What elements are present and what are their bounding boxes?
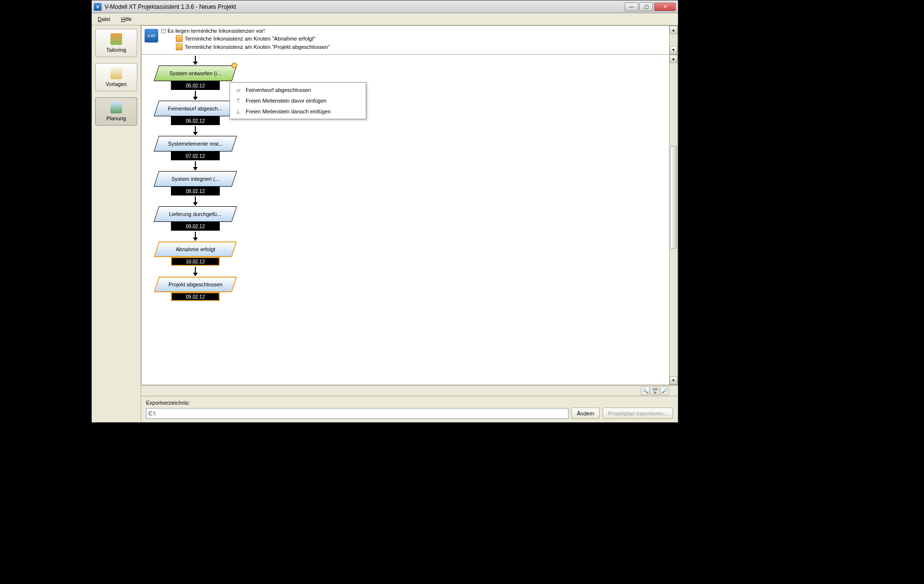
arrow-icon xyxy=(195,232,196,240)
node-label: System integriert (... xyxy=(171,176,219,182)
milestone-node[interactable]: System integriert (... 08.02.12 xyxy=(156,171,234,195)
node-date: 06.02.12 xyxy=(171,116,220,125)
node-date: 09.02.12 xyxy=(171,292,220,301)
node-date: 09.02.12 xyxy=(171,222,220,231)
app-icon: V xyxy=(94,3,102,11)
arrow-icon xyxy=(195,267,196,276)
minimize-button[interactable]: — xyxy=(625,2,638,11)
node-box[interactable]: System entworfen (i... xyxy=(154,65,237,81)
node-date: 10.02.12 xyxy=(171,257,220,266)
menu-file[interactable]: Datei xyxy=(96,15,112,23)
tree-child-label: Terminliche Inkonsistenz am Knoten "Proj… xyxy=(185,44,330,50)
node-box[interactable]: Abnahme erfolgt xyxy=(154,241,237,257)
milestone-node[interactable]: System entworfen (i... 05.02.12 xyxy=(156,65,234,90)
menubar: Datei Hilfe xyxy=(92,13,678,25)
warning-icon xyxy=(176,35,183,42)
sidebar-vorlagen[interactable]: Vorlagen xyxy=(95,63,137,91)
node-box[interactable]: System integriert (... xyxy=(154,171,237,187)
export-label: Exportverzeichnis: xyxy=(146,400,673,406)
node-label: Abnahme erfolgt xyxy=(176,246,215,252)
collapse-icon[interactable]: − xyxy=(161,29,166,33)
milestone-node[interactable]: Lieferung durchgefü... 09.02.12 xyxy=(156,206,234,231)
node-label: System entworfen (i... xyxy=(169,70,221,76)
export-row: Ändern Projektplan exportieren... xyxy=(146,408,673,419)
sidebar-label: Tailoring xyxy=(106,47,126,53)
menu-help[interactable]: Hilfe xyxy=(119,15,134,23)
sidebar: Tailoring Vorlagen Planung xyxy=(92,25,141,422)
app-window: V V-Modell XT Projektassistent 1.3.6 - N… xyxy=(91,0,678,423)
milestone-node[interactable]: Abnahme erfolgt 10.02.12 xyxy=(156,241,234,266)
warning-icon xyxy=(176,43,183,50)
arrow-icon xyxy=(195,161,196,170)
sidebar-tailoring[interactable]: Tailoring xyxy=(95,29,137,57)
scroll-down-icon[interactable]: ▼ xyxy=(670,376,677,385)
scroll-up-icon[interactable]: ▲ xyxy=(670,55,677,63)
vmodell-logo-icon: V XT xyxy=(145,29,158,43)
scroll-up-icon[interactable]: ▲ xyxy=(670,26,677,34)
vorlagen-icon xyxy=(110,67,122,79)
node-box[interactable]: Systemelemente real... xyxy=(154,136,237,151)
tree-child[interactable]: Terminliche Inkonsistenz am Knoten "Abna… xyxy=(176,35,674,42)
close-button[interactable]: ✕ xyxy=(654,2,676,11)
zoom-label: 100 % xyxy=(651,388,659,394)
scroll-thumb[interactable] xyxy=(670,146,677,249)
diagram-canvas[interactable]: System entworfen (i... 05.02.12 Feinentw… xyxy=(142,55,669,385)
scroll-down-icon[interactable]: ▼ xyxy=(670,46,677,54)
zoom-bar: 🔍 100 % 🔎 xyxy=(141,385,678,396)
arrow-icon xyxy=(195,196,196,205)
milestone-node[interactable]: Feinentwurf abgesch... 06.02.12 xyxy=(156,101,234,125)
context-insert-after[interactable]: ⊥ Freien Meilenstein danach einfügen xyxy=(230,106,366,117)
node-date: 08.02.12 xyxy=(171,187,220,195)
milestone-node[interactable]: Systemelemente real... 07.02.12 xyxy=(156,136,234,160)
change-path-button[interactable]: Ändern xyxy=(571,408,599,419)
info-panel: V XT − Es liegen terminliche Inkonsisten… xyxy=(141,25,678,55)
window-title: V-Modell XT Projektassistent 1.3.6 - Neu… xyxy=(105,3,625,10)
vertical-scrollbar[interactable]: ▲ ▼ xyxy=(669,55,677,385)
titlebar[interactable]: V V-Modell XT Projektassistent 1.3.6 - N… xyxy=(92,0,678,13)
export-path-input[interactable] xyxy=(146,408,568,419)
scroll-track[interactable] xyxy=(670,63,677,376)
milestone-icon: ▱ xyxy=(235,87,242,93)
body-area: Tailoring Vorlagen Planung V XT − Es lie… xyxy=(92,25,678,422)
zoom-in-button[interactable]: 🔍 xyxy=(641,387,650,395)
tree-child[interactable]: Terminliche Inkonsistenz am Knoten "Proj… xyxy=(176,43,674,50)
milestone-node[interactable]: Projekt abgeschlossen 09.02.12 xyxy=(156,277,234,301)
node-date: 05.02.12 xyxy=(171,81,220,90)
context-menu: ▱ Feinentwurf abgeschlossen ⊤ Freien Mei… xyxy=(230,82,366,119)
context-insert-before[interactable]: ⊤ Freien Meilenstein davor einfügen xyxy=(230,95,366,106)
context-label: Freien Meilenstein davor einfügen xyxy=(246,98,327,104)
insert-after-icon: ⊥ xyxy=(235,108,242,115)
zoom-out-button[interactable]: 🔎 xyxy=(660,387,669,395)
arrow-icon xyxy=(195,126,196,135)
node-box[interactable]: Feinentwurf abgesch... xyxy=(154,101,237,116)
maximize-button[interactable]: ▢ xyxy=(639,2,653,11)
zoom-100-button[interactable]: 100 % xyxy=(651,387,659,395)
node-label: Lieferung durchgefü... xyxy=(169,211,221,217)
export-panel: Exportverzeichnis: Ändern Projektplan ex… xyxy=(141,396,678,422)
inconsistency-tree: − Es liegen terminliche Inkonsistenzen v… xyxy=(161,28,674,50)
context-label: Feinentwurf abgeschlossen xyxy=(246,87,311,93)
export-plan-button[interactable]: Projektplan exportieren... xyxy=(603,408,673,419)
tree-root-label: Es liegen terminliche Inkonsistenzen vor… xyxy=(168,28,265,34)
window-controls: — ▢ ✕ xyxy=(625,2,676,11)
sidebar-label: Planung xyxy=(106,115,126,121)
node-box[interactable]: Lieferung durchgefü... xyxy=(154,206,237,222)
context-label: Freien Meilenstein danach einfügen xyxy=(246,108,331,114)
sidebar-planung[interactable]: Planung xyxy=(95,97,137,126)
canvas-wrap: System entworfen (i... 05.02.12 Feinentw… xyxy=(141,55,678,385)
info-scrollbar[interactable]: ▲ ▼ xyxy=(669,26,677,54)
node-label: Projekt abgeschlossen xyxy=(168,281,223,287)
tree-root[interactable]: − Es liegen terminliche Inkonsistenzen v… xyxy=(161,28,674,34)
context-open[interactable]: ▱ Feinentwurf abgeschlossen xyxy=(230,85,366,95)
main-area: V XT − Es liegen terminliche Inkonsisten… xyxy=(141,25,678,422)
node-label: Systemelemente real... xyxy=(168,141,223,147)
arrow-icon xyxy=(195,56,196,65)
badge-icon xyxy=(231,63,237,68)
insert-before-icon: ⊤ xyxy=(235,97,242,104)
flow-column: System entworfen (i... 05.02.12 Feinentw… xyxy=(156,55,234,301)
tree-child-label: Terminliche Inkonsistenz am Knoten "Abna… xyxy=(185,36,315,42)
arrow-icon xyxy=(195,91,196,100)
node-label: Feinentwurf abgesch... xyxy=(168,106,222,111)
node-box[interactable]: Projekt abgeschlossen xyxy=(154,277,237,292)
node-date: 07.02.12 xyxy=(171,151,220,160)
